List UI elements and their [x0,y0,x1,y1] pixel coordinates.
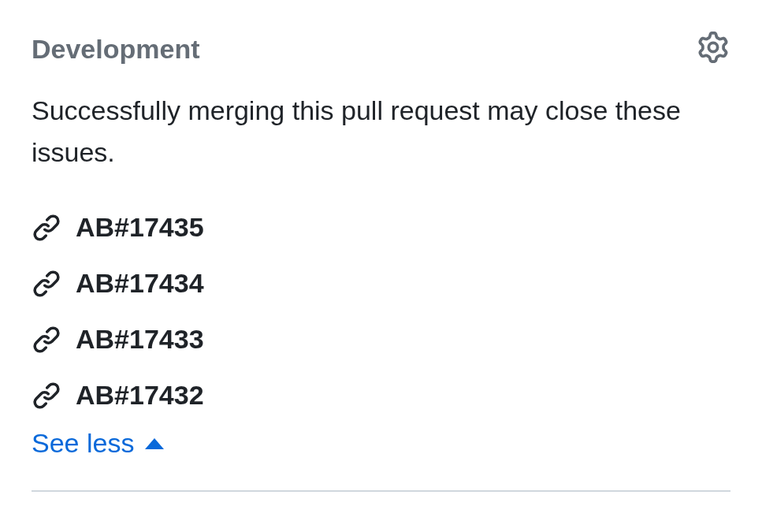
issue-label: AB#17433 [76,324,204,355]
see-less-toggle[interactable]: See less [32,428,730,459]
caret-up-icon [145,438,164,449]
link-icon [32,381,61,411]
issue-label: AB#17434 [76,268,204,299]
issue-label: AB#17435 [76,212,204,243]
issue-label: AB#17432 [76,380,204,411]
gear-icon [697,32,729,66]
linked-issue-item[interactable]: AB#17434 [32,268,730,299]
link-icon [32,269,61,299]
link-icon [32,213,61,243]
toggle-label: See less [32,428,134,459]
linked-issue-item[interactable]: AB#17432 [32,380,730,411]
linked-issues-list: AB#17435 AB#17434 AB#17433 AB#17432 [32,212,730,411]
link-icon [32,325,61,355]
development-header: Development [32,32,730,66]
settings-button[interactable] [696,32,730,66]
section-description: Successfully merging this pull request m… [32,90,730,173]
linked-issue-item[interactable]: AB#17435 [32,212,730,243]
section-title: Development [32,34,200,65]
section-divider [32,490,730,492]
linked-issue-item[interactable]: AB#17433 [32,324,730,355]
